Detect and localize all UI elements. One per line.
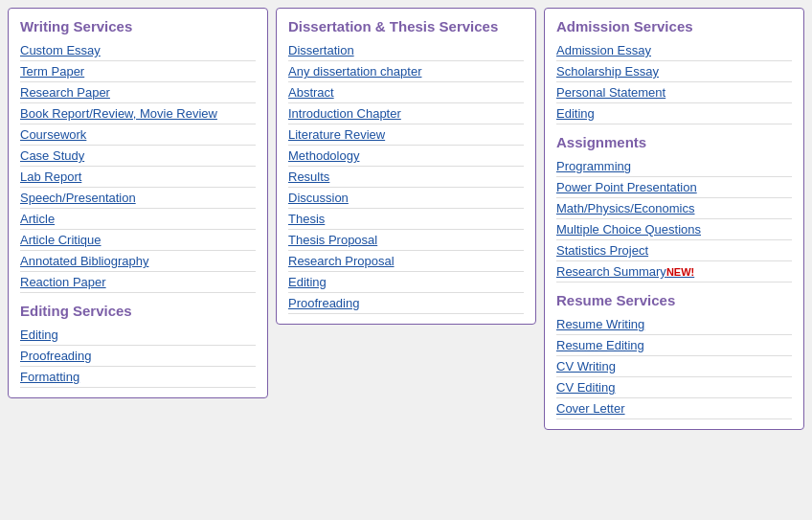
menu-item-annotated-bibliography[interactable]: Annotated Bibliography	[20, 251, 256, 272]
section-title-dissertation-&-thesis-services: Dissertation & Thesis Services	[288, 18, 524, 34]
menu-item-editing[interactable]: Editing	[288, 272, 524, 293]
column-admission: Admission ServicesAdmission EssayScholar…	[544, 8, 804, 430]
new-badge: NEW!	[666, 266, 694, 278]
menu-item-thesis[interactable]: Thesis	[288, 209, 524, 230]
menu-item-math-physics-economics[interactable]: Math/Physics/Economics	[556, 198, 792, 219]
menu-item-cv-editing[interactable]: CV Editing	[556, 377, 792, 398]
menu-item-article[interactable]: Article	[20, 209, 256, 230]
menu-item-case-study[interactable]: Case Study	[20, 146, 256, 167]
section-title-admission-services: Admission Services	[556, 18, 792, 34]
menu-item-editing[interactable]: Editing	[556, 103, 792, 124]
menu-item-resume-editing[interactable]: Resume Editing	[556, 335, 792, 356]
menu-item-multiple-choice-questions[interactable]: Multiple Choice Questions	[556, 219, 792, 240]
column-dissertation: Dissertation & Thesis ServicesDissertati…	[276, 8, 536, 325]
menu-item-thesis-proposal[interactable]: Thesis Proposal	[288, 230, 524, 251]
menu-item-programming[interactable]: Programming	[556, 156, 792, 177]
section-title-writing-services: Writing Services	[20, 18, 256, 34]
menu-item-article-critique[interactable]: Article Critique	[20, 230, 256, 251]
menu-item-proofreading[interactable]: Proofreading	[288, 293, 524, 314]
section-title-editing-services: Editing Services	[20, 303, 256, 319]
menu-item-power-point-presentation[interactable]: Power Point Presentation	[556, 177, 792, 198]
menu-item-reaction-paper[interactable]: Reaction Paper	[20, 272, 256, 293]
menu-item-scholarship-essay[interactable]: Scholarship Essay	[556, 61, 792, 82]
menu-item-introduction-chapter[interactable]: Introduction Chapter	[288, 103, 524, 124]
menu-item-cover-letter[interactable]: Cover Letter	[556, 398, 792, 419]
menu-item-proofreading[interactable]: Proofreading	[20, 346, 256, 367]
menu-item-methodology[interactable]: Methodology	[288, 146, 524, 167]
menu-item-abstract[interactable]: Abstract	[288, 82, 524, 103]
menu-item-literature-review[interactable]: Literature Review	[288, 124, 524, 146]
menu-item-formatting[interactable]: Formatting	[20, 367, 256, 388]
menu-item-discussion[interactable]: Discussion	[288, 188, 524, 209]
column-writing: Writing ServicesCustom EssayTerm PaperRe…	[8, 8, 268, 398]
menu-item-cv-writing[interactable]: CV Writing	[556, 356, 792, 377]
menu-item-coursework[interactable]: Coursework	[20, 124, 256, 146]
menu-item-personal-statement[interactable]: Personal Statement	[556, 82, 792, 103]
menu-item-statistics-project[interactable]: Statistics Project	[556, 240, 792, 261]
menu-item-lab-report[interactable]: Lab Report	[20, 167, 256, 188]
menu-item-resume-writing[interactable]: Resume Writing	[556, 314, 792, 335]
menu-item-custom-essay[interactable]: Custom Essay	[20, 40, 256, 61]
menu-item-speech-presentation[interactable]: Speech/Presentation	[20, 188, 256, 209]
menu-item-book-report-review-movie-review[interactable]: Book Report/Review, Movie Review	[20, 103, 256, 124]
menu-item-results[interactable]: Results	[288, 167, 524, 188]
menu-item-research-proposal[interactable]: Research Proposal	[288, 251, 524, 272]
menu-item-any-dissertation-chapter[interactable]: Any dissertation chapter	[288, 61, 524, 82]
menu-item-research-paper[interactable]: Research Paper	[20, 82, 256, 103]
menu-item-admission-essay[interactable]: Admission Essay	[556, 40, 792, 61]
section-title-resume-services: Resume Services	[556, 292, 792, 308]
columns-wrapper: Writing ServicesCustom EssayTerm PaperRe…	[8, 8, 804, 430]
menu-item-editing[interactable]: Editing	[20, 325, 256, 346]
menu-item-research-summary[interactable]: Research SummaryNEW!	[556, 261, 792, 283]
section-title-assignments: Assignments	[556, 134, 792, 150]
menu-item-term-paper[interactable]: Term Paper	[20, 61, 256, 82]
menu-item-dissertation[interactable]: Dissertation	[288, 40, 524, 61]
